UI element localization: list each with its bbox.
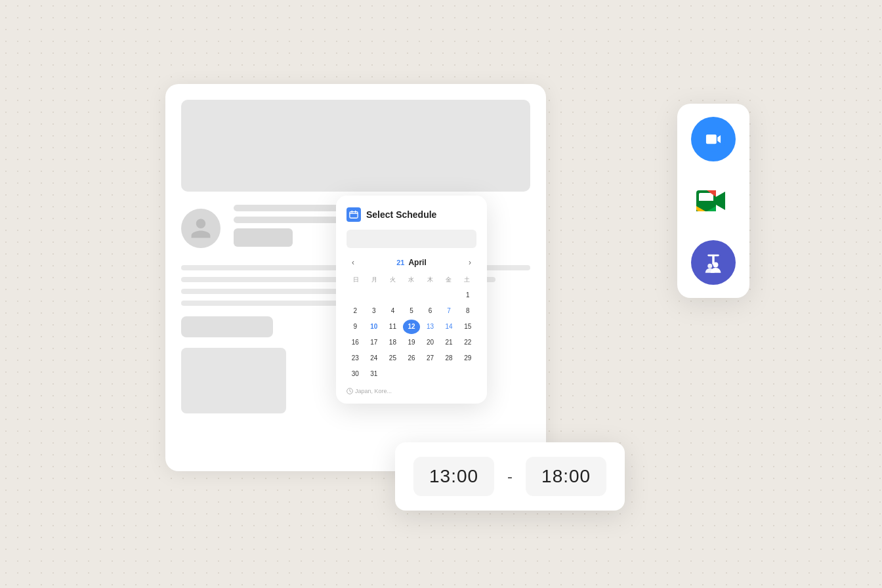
weekday-2: 火 — [384, 274, 402, 285]
cal-day-1[interactable]: 1 — [459, 288, 476, 303]
cal-day-empty — [403, 367, 421, 381]
cal-day-20[interactable]: 20 — [421, 335, 439, 350]
calendar-popup: Select Schedule ‹ 21 April › 日 月 火 水 木 金… — [336, 196, 487, 404]
cal-day-empty — [459, 367, 476, 381]
cal-day-empty — [366, 288, 383, 303]
cal-day-empty — [440, 288, 458, 303]
cal-day-10[interactable]: 10 — [366, 320, 383, 334]
cal-day-empty — [421, 367, 439, 381]
teams-app-icon[interactable] — [691, 240, 736, 285]
calendar-title: Select Schedule — [366, 209, 436, 220]
cal-day-empty — [421, 288, 439, 303]
google-meet-app-icon[interactable] — [692, 180, 734, 222]
cal-day-21[interactable]: 21 — [440, 335, 458, 350]
weekday-3: 水 — [402, 274, 421, 285]
cal-day-17[interactable]: 17 — [366, 335, 383, 350]
cal-day-25[interactable]: 25 — [384, 351, 402, 366]
time-separator: - — [507, 467, 513, 486]
scene: Select Schedule ‹ 21 April › 日 月 火 水 木 金… — [146, 64, 736, 524]
cal-day-24[interactable]: 24 — [366, 351, 383, 366]
weekday-1: 月 — [365, 274, 383, 285]
cal-day-15[interactable]: 15 — [459, 320, 476, 334]
cal-day-5[interactable]: 5 — [403, 304, 421, 318]
cal-day-18[interactable]: 18 — [384, 335, 402, 350]
start-time[interactable]: 13:00 — [413, 457, 494, 496]
calendar-icon-svg — [349, 210, 358, 219]
cal-day-empty — [440, 367, 458, 381]
cal-day-22[interactable]: 22 — [459, 335, 476, 350]
svg-rect-0 — [350, 212, 358, 219]
calendar-grid: 日 月 火 水 木 金 土 1 2 3 4 5 — [346, 274, 476, 381]
cal-day-27[interactable]: 27 — [421, 351, 439, 366]
calendar-month-nav: ‹ 21 April › — [346, 256, 476, 269]
time-card: 13:00 - 18:00 — [395, 442, 625, 511]
teams-icon-svg — [700, 249, 727, 276]
cal-day-6[interactable]: 6 — [421, 304, 439, 318]
cal-day-13[interactable]: 13 — [421, 320, 439, 334]
weekday-4: 木 — [421, 274, 439, 285]
cal-day-12[interactable]: 12 — [403, 320, 421, 334]
month-number: 21 — [396, 259, 404, 266]
cal-day-2[interactable]: 2 — [346, 304, 364, 318]
weekday-5: 金 — [439, 274, 457, 285]
card-banner — [181, 100, 530, 192]
prev-month-button[interactable]: ‹ — [346, 256, 360, 269]
calendar-footer: Japan, Kore... — [346, 388, 476, 394]
month-name: April — [408, 258, 426, 267]
card-action-btn — [181, 316, 273, 337]
cal-day-empty — [403, 288, 421, 303]
cal-day-empty — [384, 367, 402, 381]
cal-day-7[interactable]: 7 — [440, 304, 458, 318]
cal-day-3[interactable]: 3 — [366, 304, 383, 318]
month-label: 21 April — [396, 258, 427, 267]
calendar-search[interactable] — [346, 230, 476, 248]
timezone-text: Japan, Kore... — [355, 388, 392, 394]
timezone-label: Japan, Kore... — [346, 388, 392, 394]
end-time[interactable]: 18:00 — [526, 457, 606, 496]
cal-day-31[interactable]: 31 — [366, 367, 383, 381]
cal-day-28[interactable]: 28 — [440, 351, 458, 366]
cal-day-4[interactable]: 4 — [384, 304, 402, 318]
cal-day-empty — [384, 288, 402, 303]
cal-day-8[interactable]: 8 — [459, 304, 476, 318]
person-icon — [189, 217, 213, 240]
calendar-weekdays: 日 月 火 水 木 金 土 — [346, 274, 476, 285]
zoom-app-icon[interactable] — [691, 117, 736, 161]
cal-day-26[interactable]: 26 — [403, 351, 421, 366]
cal-day-9[interactable]: 9 — [346, 320, 364, 334]
cal-day-14[interactable]: 14 — [440, 320, 458, 334]
cal-day-30[interactable]: 30 — [346, 367, 364, 381]
meet-icon-svg — [692, 180, 734, 222]
card-btn-placeholder — [234, 228, 293, 247]
apps-panel — [677, 104, 749, 298]
cal-day-23[interactable]: 23 — [346, 351, 364, 366]
weekday-6: 土 — [458, 274, 476, 285]
svg-point-13 — [713, 262, 719, 268]
card-image — [181, 348, 286, 413]
cal-day-empty — [346, 288, 364, 303]
cal-day-29[interactable]: 29 — [459, 351, 476, 366]
calendar-header: Select Schedule — [346, 207, 476, 222]
cal-day-16[interactable]: 16 — [346, 335, 364, 350]
calendar-icon — [346, 207, 361, 222]
avatar — [181, 209, 220, 248]
weekday-0: 日 — [346, 274, 365, 285]
cal-day-11[interactable]: 11 — [384, 320, 402, 334]
cal-day-19[interactable]: 19 — [403, 335, 421, 350]
svg-point-12 — [707, 264, 712, 268]
next-month-button[interactable]: › — [463, 256, 476, 269]
zoom-icon-svg — [701, 127, 726, 152]
calendar-days: 1 2 3 4 5 6 7 8 9 10 11 12 13 14 15 16 1… — [346, 288, 476, 381]
